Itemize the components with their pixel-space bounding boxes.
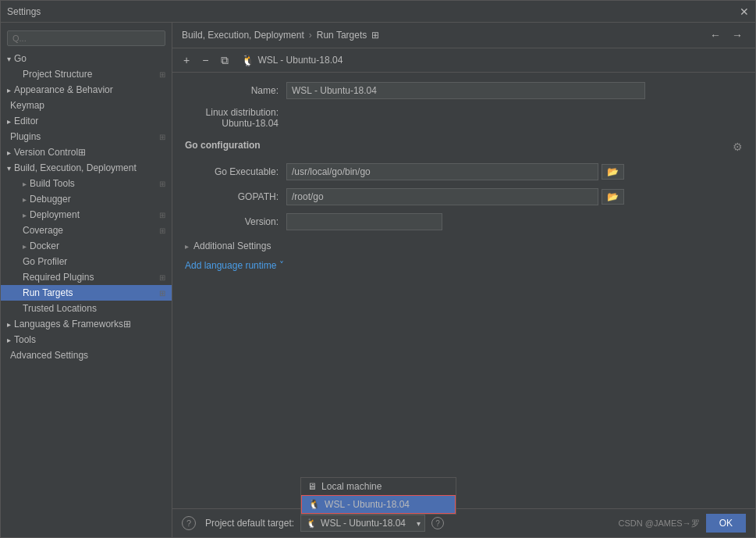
- breadcrumb-parent: Build, Execution, Deployment: [182, 30, 304, 41]
- additional-settings-arrow: ▸: [185, 242, 189, 251]
- add-language-runtime[interactable]: Add language runtime ˅: [185, 260, 743, 271]
- gear-icon[interactable]: ⚙: [733, 141, 743, 153]
- linux-dist-label: Linux distribution: Ubuntu-18.04: [185, 107, 286, 129]
- gopath-input[interactable]: [286, 188, 598, 205]
- additional-settings-section: ▸ Additional Settings: [185, 238, 743, 254]
- sidebar-item-version-control[interactable]: ▸ Version Control ⊞: [1, 144, 172, 160]
- name-input[interactable]: [286, 82, 645, 99]
- forward-button[interactable]: →: [729, 27, 746, 43]
- required-plugins-label: Required Plugins: [23, 272, 94, 283]
- go-exec-label: Go Executable:: [185, 166, 286, 177]
- sidebar-item-deployment[interactable]: ▸ Deployment ⊞: [1, 207, 172, 223]
- content-area: Name: Linux distribution: Ubuntu-18.04 G…: [172, 73, 755, 508]
- additional-settings-label: Additional Settings: [193, 240, 271, 251]
- sidebar-item-appearance[interactable]: ▸ Appearance & Behavior: [1, 82, 172, 98]
- version-input[interactable]: [286, 213, 442, 230]
- breadcrumb-sep: ›: [309, 30, 312, 41]
- sidebar-item-required-plugins[interactable]: Required Plugins ⊞: [1, 269, 172, 285]
- wsl-option-label: WSL - Ubuntu-18.04: [325, 499, 410, 510]
- sidebar-item-trusted-locations[interactable]: Trusted Locations: [1, 301, 172, 316]
- sidebar-group-go: ▾ Go Project Structure ⊞: [1, 51, 172, 82]
- version-row: Version:: [185, 213, 743, 230]
- additional-settings-header[interactable]: ▸ Additional Settings: [185, 238, 743, 254]
- plugins-ext-icon: ⊞: [159, 133, 165, 141]
- editor-label: Editor: [14, 116, 38, 126]
- help-bottom-icon[interactable]: ?: [182, 516, 196, 530]
- wsl-option-icon: 🐧: [308, 499, 320, 510]
- sidebar-item-editor[interactable]: ▸ Editor: [1, 113, 172, 129]
- help-icon[interactable]: ?: [431, 517, 444, 529]
- vc-arrow: ▸: [7, 148, 11, 157]
- gopath-folder-button[interactable]: 📂: [602, 189, 624, 205]
- version-label: Version:: [185, 216, 286, 227]
- breadcrumb-bar: Build, Execution, Deployment › Run Targe…: [172, 23, 755, 48]
- selected-target-label: WSL - Ubuntu-18.04: [321, 518, 406, 529]
- run-targets-ext-icon: ⊞: [159, 289, 165, 298]
- gopath-row: GOPATH: 📂: [185, 188, 743, 205]
- local-label: Local machine: [321, 481, 382, 492]
- sidebar-item-tools[interactable]: ▸ Tools: [1, 332, 172, 347]
- sidebar-item-build-tools[interactable]: ▸ Build Tools ⊞: [1, 176, 172, 191]
- toolbar: + − ⧉ 🐧 WSL - Ubuntu-18.04: [172, 48, 755, 73]
- name-row: Name:: [185, 82, 743, 99]
- sidebar-item-advanced-settings[interactable]: Advanced Settings: [1, 347, 172, 363]
- breadcrumb-current: Run Targets: [317, 30, 367, 41]
- sidebar-item-go-profiler[interactable]: Go Profiler: [1, 254, 172, 269]
- remove-button[interactable]: −: [197, 52, 213, 68]
- close-button[interactable]: ✕: [740, 5, 749, 18]
- go-exec-input[interactable]: [286, 163, 598, 180]
- coverage-ext-icon: ⊞: [159, 226, 165, 235]
- sidebar-item-debugger[interactable]: ▸ Debugger: [1, 191, 172, 207]
- add-button[interactable]: +: [179, 52, 194, 68]
- languages-ext-icon: ⊞: [123, 319, 131, 330]
- target-dropdown[interactable]: 🐧 WSL - Ubuntu-18.04 ▾: [300, 515, 425, 532]
- build-tools-ext-icon: ⊞: [159, 180, 165, 188]
- search-input[interactable]: [7, 30, 165, 46]
- build-exec-label: Build, Execution, Deployment: [14, 162, 137, 173]
- appearance-label: Appearance & Behavior: [14, 84, 113, 95]
- run-targets-label: Run Targets: [23, 287, 73, 298]
- target-dropdown-container: 🐧 WSL - Ubuntu-18.04 ▾ 🖥 Local machine 🐧…: [300, 515, 425, 532]
- watermark: CSDN @JAMES→罗: [619, 518, 700, 529]
- dropdown-option-local[interactable]: 🖥 Local machine: [301, 478, 456, 495]
- project-structure-label: Project Structure: [23, 69, 92, 80]
- sidebar-go-label: Go: [14, 53, 27, 64]
- wsl-tree-item[interactable]: 🐧 WSL - Ubuntu-18.04: [236, 52, 347, 69]
- editor-arrow: ▸: [7, 117, 11, 126]
- title-bar: Settings ✕: [1, 1, 755, 23]
- vc-ext-icon: ⊞: [78, 147, 86, 158]
- vc-label: Version Control: [14, 147, 78, 158]
- dropdown-option-wsl[interactable]: 🐧 WSL - Ubuntu-18.04: [301, 495, 456, 514]
- trusted-locations-label: Trusted Locations: [23, 303, 97, 314]
- plugins-label: Plugins: [10, 131, 41, 142]
- build-arrow: ▾: [7, 164, 11, 173]
- go-config-title: Go configuration: [185, 140, 261, 151]
- languages-label: Languages & Frameworks: [14, 319, 123, 330]
- docker-arrow: ▸: [23, 242, 27, 251]
- add-lang-arrow: ˅: [279, 260, 284, 271]
- sidebar-item-plugins[interactable]: Plugins ⊞: [1, 129, 172, 144]
- sidebar-item-coverage[interactable]: Coverage ⊞: [1, 223, 172, 238]
- go-exec-folder-button[interactable]: 📂: [602, 164, 624, 180]
- selected-target-icon: 🐧: [306, 518, 318, 529]
- default-target-label: Project default target:: [205, 518, 294, 529]
- coverage-label: Coverage: [23, 225, 63, 236]
- go-config-section: Go configuration ⚙ Go Executable: 📂 GOPA: [185, 137, 743, 254]
- ok-button[interactable]: OK: [706, 514, 746, 533]
- sidebar-item-keymap[interactable]: Keymap: [1, 98, 172, 113]
- sidebar: ▾ Go Project Structure ⊞ ▸ Appearance & …: [1, 23, 172, 537]
- wsl-icon: 🐧: [241, 54, 254, 66]
- main-content: Build, Execution, Deployment › Run Targe…: [172, 23, 755, 537]
- go-exec-input-group: 📂: [286, 163, 743, 180]
- sidebar-item-project-structure[interactable]: Project Structure ⊞: [1, 66, 172, 82]
- go-arrow: ▾: [7, 55, 11, 63]
- sidebar-item-run-targets[interactable]: Run Targets ⊞: [1, 285, 172, 301]
- copy-button[interactable]: ⧉: [216, 52, 233, 69]
- sidebar-item-languages[interactable]: ▸ Languages & Frameworks ⊞: [1, 316, 172, 332]
- sidebar-item-build-exec[interactable]: ▾ Build, Execution, Deployment: [1, 160, 172, 176]
- sidebar-item-go[interactable]: ▾ Go: [1, 51, 172, 66]
- build-tools-label: Build Tools: [30, 178, 75, 189]
- debugger-arrow: ▸: [23, 195, 27, 204]
- sidebar-item-docker[interactable]: ▸ Docker: [1, 238, 172, 254]
- back-button[interactable]: ←: [707, 27, 724, 43]
